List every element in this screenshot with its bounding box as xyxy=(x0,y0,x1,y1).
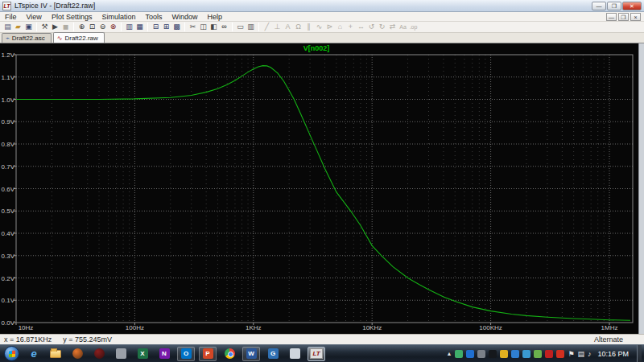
document-tab-bar: ⌁ Draft22.asc ∿ Draft22.raw xyxy=(0,33,644,43)
menu-item-tools[interactable]: Tools xyxy=(140,12,167,22)
x-tick-label: 1KHz xyxy=(246,324,262,331)
cascade-windows-button[interactable]: ▩ xyxy=(171,22,182,32)
close-button[interactable]: ✕ xyxy=(622,2,642,10)
undo-button: ↺ xyxy=(366,22,377,32)
taskbar-outlook[interactable]: O xyxy=(177,347,195,361)
taskbar-windows-explorer[interactable] xyxy=(47,347,64,361)
zoom-in-button[interactable]: ⊕ xyxy=(76,22,87,32)
taskbar-excel[interactable]: X xyxy=(134,347,151,361)
mirror-button: ⇄ xyxy=(387,22,398,32)
mdi-close-button[interactable]: × xyxy=(630,13,641,21)
taskbar-internet-explorer[interactable]: e xyxy=(25,347,43,361)
menu-item-simulation[interactable]: Simulation xyxy=(97,12,140,22)
y-tick-label: 0.4V xyxy=(0,230,14,237)
tab-draft22-asc[interactable]: ⌁ Draft22.asc xyxy=(2,33,52,43)
save-file-button[interactable]: ▣ xyxy=(23,22,34,32)
toolbar-separator xyxy=(258,23,259,31)
run-simulation-button[interactable]: ▶ xyxy=(50,22,60,32)
tray-icon-7[interactable] xyxy=(522,350,530,358)
trace-V(n002) xyxy=(16,66,630,321)
tray-icon-6[interactable] xyxy=(511,350,519,358)
mdi-restore-button[interactable]: ❐ xyxy=(618,13,629,21)
taskbar-media-app-icon xyxy=(94,348,105,359)
menu-item-window[interactable]: Window xyxy=(167,12,202,22)
action-center-flag-icon[interactable]: ⚑ xyxy=(568,350,574,358)
copy-button[interactable]: ◫ xyxy=(198,22,208,32)
control-panel-button[interactable]: ⚒ xyxy=(39,22,50,32)
taskbar-onenote[interactable]: N xyxy=(155,347,173,361)
network-icon[interactable]: ▤ xyxy=(577,350,584,358)
solver-mode-indicator: Alternate xyxy=(594,335,644,343)
autorange-y-button[interactable]: ▥ xyxy=(124,22,134,32)
taskbar-word[interactable]: W xyxy=(242,347,260,361)
status-bar: x = 16.871KHz y = 755.245mV Alternate xyxy=(0,334,644,344)
place-inductor-button: ∿ xyxy=(314,22,324,32)
cursor-x-readout: x = 16.871KHz xyxy=(4,335,52,343)
tray-icon-5[interactable] xyxy=(500,350,508,358)
x-tick-label: 100KHz xyxy=(479,324,502,331)
tray-icon-10[interactable] xyxy=(556,350,564,358)
window-title: LTspice IV - [Draft22.raw] xyxy=(14,2,95,10)
taskbar-chrome-icon xyxy=(225,348,235,359)
clock[interactable]: 10:16 PM xyxy=(594,350,634,358)
volume-icon[interactable]: ♪ xyxy=(588,350,592,358)
taskbar-excel-icon: X xyxy=(138,348,148,359)
taskbar-powerpoint[interactable]: P xyxy=(199,347,217,361)
taskbar-app-g[interactable]: G xyxy=(264,347,282,361)
taskbar-onenote-icon: N xyxy=(159,348,170,359)
net-label-button: A xyxy=(283,22,293,32)
taskbar-media-app[interactable] xyxy=(90,347,108,361)
minimize-button[interactable]: — xyxy=(592,2,606,10)
tile-horizontal-button[interactable]: ⊟ xyxy=(151,22,161,32)
menu-item-file[interactable]: File xyxy=(0,12,22,22)
waveform-file-icon: ∿ xyxy=(57,35,63,42)
tray-icon-2[interactable] xyxy=(466,350,474,358)
zoom-out-button[interactable]: ⊖ xyxy=(97,22,108,32)
taskbar-windows-explorer-icon xyxy=(50,350,61,358)
ltspice-window: LT LTspice IV - [Draft22.raw] — ❐ ✕ File… xyxy=(0,0,644,362)
tab-draft22-raw[interactable]: ∿ Draft22.raw xyxy=(53,32,105,43)
cut-button[interactable]: ✂ xyxy=(188,22,198,32)
toolbar-separator xyxy=(73,23,74,31)
menu-bar: FileViewPlot SettingsSimulationToolsWind… xyxy=(0,12,644,22)
taskbar-chrome[interactable] xyxy=(221,347,238,361)
tab-label: Draft22.asc xyxy=(12,35,45,42)
tray-icon-9[interactable] xyxy=(545,350,553,358)
open-file-button[interactable]: ▰ xyxy=(13,22,23,32)
taskbar-ltspice[interactable]: LT xyxy=(308,347,325,361)
taskbar-firefox[interactable] xyxy=(68,347,86,361)
mdi-minimize-button[interactable]: — xyxy=(606,13,617,21)
print-button[interactable]: ▥ xyxy=(246,22,256,32)
x-tick-label: 100Hz xyxy=(126,324,144,331)
tray-icon-4[interactable] xyxy=(489,350,497,358)
tray-icon-3[interactable] xyxy=(477,350,485,358)
toolbar-separator xyxy=(121,23,122,31)
waveform-plot-area[interactable]: V[n002] 1.2V1.1V1.0V0.9V0.8V0.7V0.6V0.5V… xyxy=(0,43,644,334)
taskbar-app-gray[interactable] xyxy=(112,347,130,361)
menu-item-help[interactable]: Help xyxy=(202,12,227,22)
print-preview-button[interactable]: ▭ xyxy=(235,22,246,32)
taskbar-app-light[interactable] xyxy=(286,347,303,361)
place-diode-button: ⊳ xyxy=(324,22,335,32)
x-tick-label: 10KHz xyxy=(362,324,382,331)
maximize-button[interactable]: ❐ xyxy=(607,2,621,10)
find-button[interactable]: ∞ xyxy=(219,22,229,32)
tray-icon-1[interactable] xyxy=(455,350,463,358)
zoom-full-extents-button[interactable]: ⊗ xyxy=(108,22,118,32)
menu-item-plot-settings[interactable]: Plot Settings xyxy=(47,12,97,22)
paste-button[interactable]: ◧ xyxy=(208,22,219,32)
text-button: Aa xyxy=(398,22,408,32)
menu-item-view[interactable]: View xyxy=(22,12,47,22)
show-desktop-button[interactable] xyxy=(637,345,642,362)
tile-vertical-button[interactable]: ⊞ xyxy=(161,22,171,32)
plot-settings-button[interactable]: ▦ xyxy=(134,22,145,32)
taskbar-firefox-icon xyxy=(72,348,83,359)
zoom-box-button[interactable]: ⊡ xyxy=(87,22,97,32)
tray-icon-8[interactable] xyxy=(534,350,542,358)
taskbar-word-icon: W xyxy=(246,348,257,359)
tray-expand-icon[interactable]: ▲ xyxy=(446,351,452,356)
new-schematic-button[interactable]: ▤ xyxy=(2,22,13,32)
start-button[interactable] xyxy=(4,346,19,361)
taskbar-powerpoint-icon: P xyxy=(203,348,213,359)
system-tray: ▲ ⚑ ▤ ♪ 10:16 PM xyxy=(446,345,644,362)
